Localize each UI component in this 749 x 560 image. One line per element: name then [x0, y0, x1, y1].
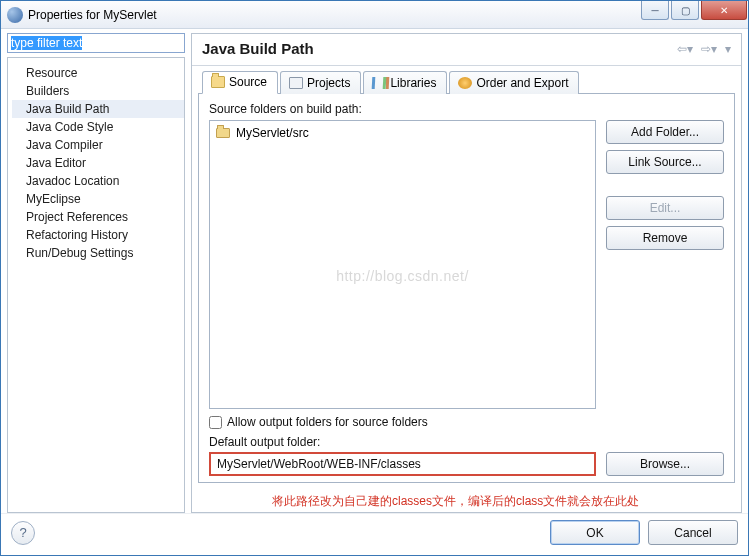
project-icon — [289, 77, 303, 89]
sidebar-item-myeclipse[interactable]: MyEclipse — [12, 190, 184, 208]
nav-back-icon[interactable]: ⇦▾ — [675, 42, 695, 56]
nav-menu-icon[interactable]: ▾ — [723, 42, 733, 56]
tab-source[interactable]: Source — [202, 71, 278, 94]
nav-forward-icon[interactable]: ⇨▾ — [699, 42, 719, 56]
titlebar[interactable]: Properties for MyServlet ─ ▢ ✕ — [1, 1, 748, 29]
tab-libraries[interactable]: Libraries — [363, 71, 447, 94]
allow-output-checkbox-row[interactable]: Allow output folders for source folders — [209, 415, 724, 429]
properties-dialog: Properties for MyServlet ─ ▢ ✕ type filt… — [0, 0, 749, 556]
library-icon — [372, 77, 387, 89]
browse-button[interactable]: Browse... — [606, 452, 724, 476]
order-icon — [458, 77, 472, 89]
sidebar-item-builders[interactable]: Builders — [12, 82, 184, 100]
sidebar-item-java-code-style[interactable]: Java Code Style — [12, 118, 184, 136]
folder-icon — [211, 76, 225, 88]
maximize-button[interactable]: ▢ — [671, 1, 699, 20]
sidebar-item-java-build-path[interactable]: Java Build Path — [12, 100, 184, 118]
sidebar-item-project-references[interactable]: Project References — [12, 208, 184, 226]
category-tree[interactable]: Resource Builders Java Build Path Java C… — [7, 57, 185, 513]
tab-order-export[interactable]: Order and Export — [449, 71, 579, 94]
sidebar-item-javadoc-location[interactable]: Javadoc Location — [12, 172, 184, 190]
source-folders-label: Source folders on build path: — [209, 102, 724, 116]
window-title: Properties for MyServlet — [28, 8, 641, 22]
allow-output-checkbox[interactable] — [209, 416, 222, 429]
source-entry[interactable]: MyServlet/src — [216, 125, 589, 141]
add-folder-button[interactable]: Add Folder... — [606, 120, 724, 144]
default-output-label: Default output folder: — [209, 435, 724, 449]
edit-button: Edit... — [606, 196, 724, 220]
sidebar-item-run-debug-settings[interactable]: Run/Debug Settings — [12, 244, 184, 262]
sidebar-item-java-compiler[interactable]: Java Compiler — [12, 136, 184, 154]
cancel-button[interactable]: Cancel — [648, 520, 738, 545]
app-icon — [7, 7, 23, 23]
sidebar-item-refactoring-history[interactable]: Refactoring History — [12, 226, 184, 244]
minimize-button[interactable]: ─ — [641, 1, 669, 20]
remove-button[interactable]: Remove — [606, 226, 724, 250]
ok-button[interactable]: OK — [550, 520, 640, 545]
filter-input[interactable]: type filter text — [7, 33, 185, 53]
help-button[interactable]: ? — [11, 521, 35, 545]
source-folders-list[interactable]: MyServlet/src http://blog.csdn.net/ — [209, 120, 596, 409]
close-button[interactable]: ✕ — [701, 1, 747, 20]
page-title: Java Build Path — [202, 40, 675, 57]
tab-projects[interactable]: Projects — [280, 71, 361, 94]
tabstrip: Source Projects Libraries Order and Expo… — [198, 71, 735, 94]
link-source-button[interactable]: Link Source... — [606, 150, 724, 174]
source-tab-pane: Source folders on build path: MyServlet/… — [198, 93, 735, 483]
package-folder-icon — [216, 128, 230, 138]
annotation-text: 将此路径改为自己建的classes文件，编译后的class文件就会放在此处 — [272, 493, 741, 510]
watermark: http://blog.csdn.net/ — [336, 268, 469, 284]
default-output-input[interactable] — [209, 452, 596, 476]
sidebar-item-java-editor[interactable]: Java Editor — [12, 154, 184, 172]
sidebar-item-resource[interactable]: Resource — [12, 64, 184, 82]
